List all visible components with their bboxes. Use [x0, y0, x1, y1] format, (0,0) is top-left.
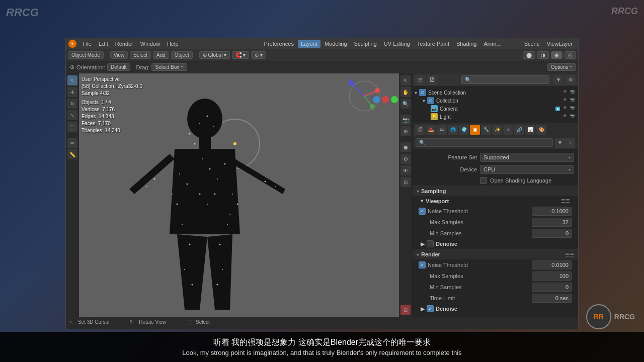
tab-physics[interactable]: ⚛	[503, 125, 513, 135]
scene-select[interactable]: Scene	[521, 40, 543, 48]
workspace-anim[interactable]: Anim...	[480, 40, 504, 48]
workspace-sculpting[interactable]: Sculpting	[351, 40, 380, 48]
menu-help[interactable]: Help	[164, 40, 182, 48]
tool-scale[interactable]: ⤡	[67, 110, 77, 120]
shading-eevee[interactable]: ◎	[565, 51, 576, 59]
camera-exclude-icon[interactable]: 📷	[570, 89, 576, 96]
tool-cursor[interactable]: ↖	[67, 75, 77, 85]
eye-icon[interactable]: 👁	[563, 89, 569, 96]
vp-tool-hand[interactable]: ✋	[400, 87, 411, 97]
min-samples-viewport-value[interactable]: 0	[532, 229, 572, 238]
vp-tool-settings[interactable]: ⚙	[400, 154, 411, 164]
tool-transform[interactable]: ⬚	[67, 122, 77, 132]
tool-move[interactable]: ✛	[67, 87, 77, 97]
tab-view-layer[interactable]: 🗂	[437, 125, 447, 135]
object-mode-btn[interactable]: Object Mode	[68, 51, 104, 59]
viewport-menu-icon[interactable]: ☰☰	[561, 198, 570, 204]
tool-annotate[interactable]: ✏	[67, 138, 77, 148]
denoise-viewport-header[interactable]: ▶ Denoise	[413, 239, 578, 249]
tool-rotate[interactable]: ↻	[67, 99, 77, 109]
options-btn[interactable]: Options ~	[547, 63, 576, 71]
camera4-icon[interactable]: 📷	[570, 114, 576, 120]
tab-material[interactable]: 🎨	[536, 125, 546, 135]
workspace-texture-paint[interactable]: Texture Paint	[414, 40, 452, 48]
vp-tool-vertex[interactable]: ⬟	[400, 142, 411, 152]
denoise-render-header[interactable]: ▶ ✓ Denoise	[413, 304, 578, 314]
proportional-btn[interactable]: ⊙ ▾	[251, 51, 266, 59]
shading-rendered[interactable]: ◉	[551, 51, 562, 59]
menu-edit[interactable]: Edit	[96, 40, 111, 48]
viewport-3d[interactable]: User Perspective (58) Collection | Zyra3…	[79, 73, 412, 317]
bottom-bar: ↖ Set 3D Cursor ↻ Rotate View ⬚ Select	[66, 317, 578, 327]
noise-threshold-render-checkbox[interactable]: ✓	[419, 261, 426, 268]
tab-particles[interactable]: ✨	[492, 125, 502, 135]
vp-tool-zoom[interactable]: 🔍	[400, 99, 411, 109]
render-menu-icon[interactable]: ☰☰	[565, 252, 574, 257]
max-samples-render-value[interactable]: 100	[532, 272, 572, 281]
noise-threshold-viewport-value[interactable]: 0.1000	[532, 207, 572, 216]
feature-set-value[interactable]: Supported ▾	[480, 153, 574, 162]
sampling-section-header[interactable]: ▾ Sampling	[413, 186, 578, 196]
properties-filter-input[interactable]	[416, 138, 553, 147]
eye4-icon[interactable]: 👁	[563, 114, 569, 120]
orientation-btn[interactable]: ⊕ Global ▾	[199, 51, 230, 59]
workspace-shading[interactable]: Shading	[453, 40, 479, 48]
prop-filter-options-btn[interactable]: ▼	[555, 138, 565, 148]
viewlayer-select[interactable]: ViewLayer	[544, 40, 576, 48]
tab-output[interactable]: 📤	[426, 125, 436, 135]
vp-tool-grid[interactable]: ⊞	[400, 126, 411, 136]
prop-options-btn[interactable]: ⚙	[566, 75, 576, 85]
menu-render[interactable]: Render	[112, 40, 136, 48]
max-samples-viewport-value[interactable]: 32	[532, 218, 572, 227]
render-subsection-header[interactable]: ▾ Render ☰☰	[413, 249, 578, 259]
noise-threshold-render-value[interactable]: 0.0100	[532, 260, 572, 269]
prop-image-btn[interactable]: 🖼	[427, 75, 437, 85]
snap-btn[interactable]: 🧲 ▾	[232, 51, 249, 59]
tab-render[interactable]: 🎬	[415, 125, 425, 135]
osl-checkbox[interactable]	[480, 177, 487, 184]
device-value[interactable]: CPU ▾	[480, 165, 574, 174]
noise-threshold-render-row: ✓ Noise Threshold 0.0100	[413, 259, 578, 270]
prop-view-btn[interactable]: ⊟	[415, 75, 425, 85]
min-samples-render-value[interactable]: 0	[532, 283, 572, 292]
menu-file[interactable]: File	[79, 40, 95, 48]
shading-solid[interactable]: ⬤	[523, 51, 535, 59]
properties-search-input[interactable]	[461, 75, 549, 84]
workspace-uv-editing[interactable]: UV Editing	[381, 40, 413, 48]
select-box-btn[interactable]: Select Box ~	[151, 63, 187, 71]
vp-tool-snap[interactable]: ⊡	[400, 177, 411, 187]
select-btn[interactable]: Select	[130, 51, 151, 59]
eye2-icon[interactable]: 👁	[563, 98, 569, 104]
camera3-icon[interactable]: 📷	[570, 106, 576, 112]
workspace-preferences[interactable]: Preferences	[261, 40, 297, 48]
vp-tool-visible[interactable]: 👁	[400, 165, 411, 175]
vp-tool-cursor[interactable]: ↖	[400, 75, 411, 85]
vp-tool-render-region[interactable]: ⊟	[400, 305, 411, 315]
vp-tool-camera[interactable]: 📷	[400, 115, 411, 125]
tab-scene[interactable]: 🌐	[448, 125, 458, 135]
time-limit-value[interactable]: 0 sec	[532, 294, 572, 303]
shading-material[interactable]: ◑	[537, 51, 549, 59]
tab-world[interactable]: 🌍	[459, 125, 469, 135]
tab-data[interactable]: 📊	[525, 125, 535, 135]
workspace-layout[interactable]: Layout	[298, 40, 320, 48]
tool-measure[interactable]: 📏	[67, 149, 77, 159]
prop-sync-btn[interactable]: ↕	[565, 138, 575, 148]
tab-object[interactable]: ▣	[470, 125, 480, 135]
tab-modifier[interactable]: 🔧	[481, 125, 491, 135]
tab-constraints[interactable]: 🔗	[514, 125, 524, 135]
workspace-modeling[interactable]: Modeling	[321, 40, 350, 48]
noise-threshold-viewport-checkbox[interactable]: ✓	[419, 208, 426, 215]
menu-window[interactable]: Window	[137, 40, 163, 48]
eye3-icon[interactable]: 👁	[563, 106, 569, 112]
camera2-icon[interactable]: 📷	[570, 98, 576, 104]
object-btn[interactable]: Object	[171, 51, 193, 59]
denoise-viewport-checkbox[interactable]	[427, 240, 434, 247]
prop-filter-btn[interactable]: ▼	[553, 75, 564, 85]
denoise-render-checkbox[interactable]: ✓	[427, 305, 434, 312]
default-btn[interactable]: Default	[107, 63, 130, 71]
view-btn[interactable]: View	[110, 51, 128, 59]
viewport-subsection-header[interactable]: ▾ Viewport ☰☰	[413, 196, 578, 206]
svg-point-19	[207, 204, 208, 205]
add-btn[interactable]: Add	[153, 51, 169, 59]
